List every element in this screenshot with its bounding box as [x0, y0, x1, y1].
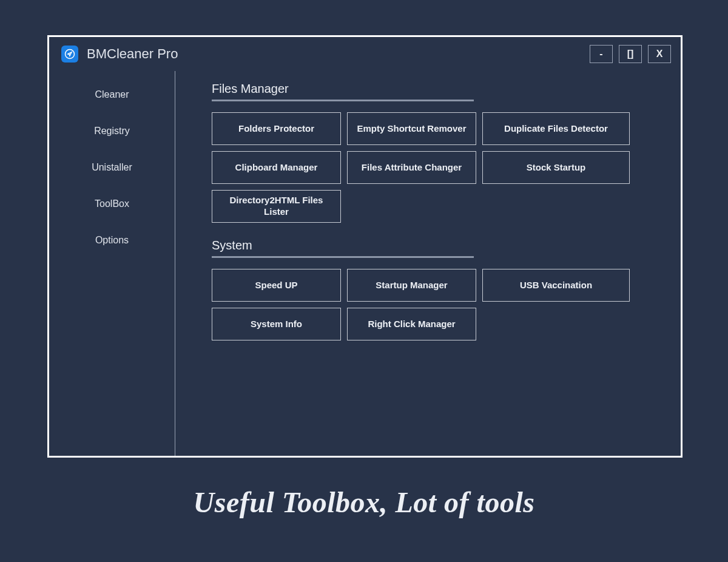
body-area: Cleaner Registry Unistaller ToolBox Opti… [49, 71, 681, 456]
sidebar-item-cleaner[interactable]: Cleaner [49, 82, 175, 107]
tool-system-info[interactable]: System Info [212, 308, 341, 340]
tool-empty-shortcut-remover[interactable]: Empty Shortcut Remover [347, 112, 476, 145]
app-icon [61, 46, 78, 63]
section-title-files-manager: Files Manager [212, 82, 656, 96]
app-title: BMCleaner Pro [87, 46, 178, 62]
tool-files-attribute-changer[interactable]: Files Attribute Changer [347, 151, 476, 184]
tool-grid-files-manager: Folders Protector Empty Shortcut Remover… [212, 112, 656, 223]
tool-startup-manager[interactable]: Startup Manager [347, 269, 476, 302]
maximize-button[interactable]: [] [619, 45, 642, 63]
window-controls: - [] X [590, 45, 671, 63]
tool-right-click-manager[interactable]: Right Click Manager [347, 308, 476, 340]
tool-folders-protector[interactable]: Folders Protector [212, 112, 341, 145]
titlebar: BMCleaner Pro - [] X [49, 37, 681, 71]
sidebar-item-registry[interactable]: Registry [49, 118, 175, 144]
tool-stock-startup[interactable]: Stock Startup [482, 151, 630, 184]
app-window: BMCleaner Pro - [] X Cleaner Registry Un… [47, 35, 682, 458]
section-title-system: System [212, 239, 656, 252]
sidebar: Cleaner Registry Unistaller ToolBox Opti… [49, 71, 175, 456]
tool-usb-vaccination[interactable]: USB Vaccination [482, 269, 630, 302]
tool-duplicate-files-detector[interactable]: Duplicate Files Detector [482, 112, 630, 145]
sidebar-item-options[interactable]: Options [49, 228, 175, 253]
tool-directory2html-files-lister[interactable]: Directory2HTML Files Lister [212, 190, 341, 223]
tool-grid-system: Speed UP Startup Manager USB Vaccination… [212, 269, 656, 340]
tool-speed-up[interactable]: Speed UP [212, 269, 341, 302]
tool-clipboard-manager[interactable]: Clipboard Manager [212, 151, 341, 184]
main-content: Files Manager Folders Protector Empty Sh… [175, 71, 681, 456]
section-underline [212, 100, 474, 101]
tagline: Useful Toolbox, Lot of tools [0, 486, 728, 519]
section-underline [212, 256, 474, 258]
close-button[interactable]: X [648, 45, 671, 63]
minimize-button[interactable]: - [590, 45, 613, 63]
svg-point-0 [66, 50, 75, 59]
paper-plane-icon [64, 49, 75, 59]
sidebar-item-toolbox[interactable]: ToolBox [49, 191, 175, 217]
sidebar-item-uninstaller[interactable]: Unistaller [49, 155, 175, 180]
